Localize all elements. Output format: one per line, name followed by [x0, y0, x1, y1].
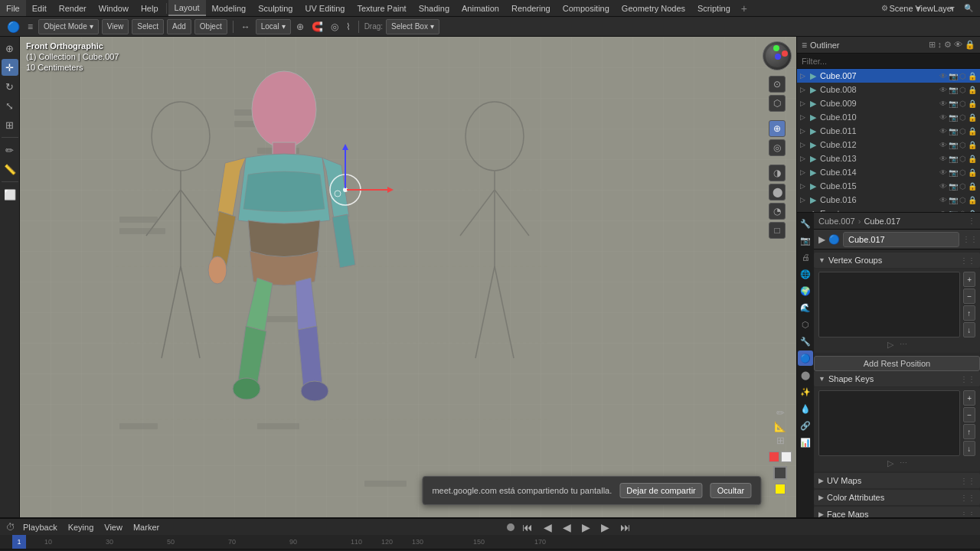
- prop-tab-output[interactable]: 🖨: [798, 249, 813, 265]
- object-name-settings[interactable]: ⋮⋮: [962, 235, 978, 243]
- shape-keys-header[interactable]: ▼ Shape Keys ⋮⋮: [814, 371, 980, 386]
- prop-tab-render[interactable]: 📷: [798, 233, 813, 248]
- timeline-playback-menu[interactable]: Playback: [20, 523, 60, 532]
- outliner-item-cube-009[interactable]: ▷▶Cube.009👁📷⬡🔒: [797, 96, 980, 110]
- tab-compositing[interactable]: Compositing: [557, 0, 616, 16]
- jump-end-button[interactable]: ⏭: [617, 521, 634, 533]
- outliner-item-cube-007[interactable]: ▷▶Cube.007👁📷⬡🔒: [797, 69, 980, 83]
- eye-icon-9[interactable]: 👁: [939, 196, 947, 204]
- transform-icon[interactable]: ↔: [239, 21, 253, 32]
- viewlayer-selector[interactable]: ViewLayer: [928, 2, 942, 15]
- select-icon-5[interactable]: 🔒: [968, 141, 977, 149]
- uv-maps-header[interactable]: ▶ UV Maps ⋮⋮: [814, 473, 980, 488]
- select-icon-2[interactable]: 🔒: [968, 99, 977, 108]
- vertex-groups-up[interactable]: ↑: [963, 305, 975, 321]
- prop-tab-scene2[interactable]: 🌍: [798, 283, 813, 298]
- uv-maps-pin[interactable]: ⋮⋮: [960, 477, 975, 485]
- viewport-icon-2[interactable]: ⬡: [959, 99, 966, 108]
- eye-icon-1[interactable]: 👁: [939, 86, 947, 94]
- color-attributes-pin[interactable]: ⋮⋮: [960, 494, 975, 502]
- eye-icon-5[interactable]: 👁: [939, 141, 947, 149]
- measure-tool[interactable]: 📏: [2, 161, 18, 178]
- prop-tab-constraints[interactable]: 🔗: [798, 418, 813, 433]
- play-reverse-button[interactable]: ◀: [560, 521, 574, 533]
- render-icon-0[interactable]: 📷: [949, 72, 958, 80]
- outliner-item-cube-014[interactable]: ▷▶Cube.014👁📷⬡🔒: [797, 165, 980, 179]
- hide-notification-button[interactable]: Ocultar: [710, 483, 751, 498]
- prop-tab-object[interactable]: ⬡: [798, 317, 813, 332]
- viewport-icon-1[interactable]: ⬡: [959, 86, 966, 94]
- object-name-input[interactable]: [843, 232, 959, 247]
- outliner-item-cube-011[interactable]: ▷▶Cube.011👁📷⬡🔒: [797, 124, 980, 138]
- render-icon-5[interactable]: 📷: [949, 141, 958, 149]
- extra-icon1[interactable]: ⌇: [344, 21, 353, 32]
- render-icon-3[interactable]: 📷: [949, 113, 958, 122]
- color-attributes-header[interactable]: ▶ Color Attributes ⋮⋮: [814, 490, 980, 505]
- prop-tab-particles[interactable]: ✨: [798, 384, 813, 399]
- outliner-search-input[interactable]: [797, 54, 980, 69]
- face-maps-pin[interactable]: ⋮⋮: [960, 510, 975, 518]
- outliner-filter-icon[interactable]: ⊞: [929, 40, 936, 50]
- pivot-icon[interactable]: ⊕: [294, 21, 306, 32]
- add-workspace-button[interactable]: +: [737, 2, 752, 15]
- select-icon-3[interactable]: 🔒: [968, 113, 977, 122]
- viewport-icon-8[interactable]: ⬡: [959, 182, 966, 191]
- outliner-item-cube-012[interactable]: ▷▶Cube.012👁📷⬡🔒: [797, 138, 980, 152]
- viewport-shading-material[interactable]: ◑: [769, 165, 786, 181]
- outliner-item-cube-016[interactable]: ▷▶Cube.016👁📷⬡🔒: [797, 193, 980, 207]
- prop-tab-physics[interactable]: 💧: [798, 401, 813, 416]
- timeline-marker-menu[interactable]: Marker: [130, 523, 162, 532]
- breadcrumb-end[interactable]: Cube.017: [864, 217, 900, 226]
- tab-scripting[interactable]: Scripting: [691, 0, 737, 16]
- breadcrumb-start[interactable]: Cube.007: [818, 217, 855, 226]
- add-vertex-group-btn[interactable]: +: [963, 272, 975, 287]
- annotate-tool[interactable]: ✏: [2, 142, 18, 158]
- viewport-gizmo-toggle[interactable]: ◎: [769, 139, 786, 156]
- shape-key-up[interactable]: ↑: [963, 424, 975, 439]
- viewport-overlay-toggle[interactable]: ⊕: [769, 120, 786, 137]
- select-menu[interactable]: Select: [132, 19, 164, 34]
- outliner-settings-icon[interactable]: ⚙: [944, 40, 952, 50]
- prev-frame-button[interactable]: ◀: [541, 521, 555, 533]
- eye-icon-6[interactable]: 👁: [939, 155, 947, 163]
- timeline-ruler[interactable]: 1 10 30 50 70 90 110 120 130 150 170 1: [0, 535, 980, 549]
- outliner-item-cube-010[interactable]: ▷▶Cube.010👁📷⬡🔒: [797, 110, 980, 124]
- prop-tab-data[interactable]: 🔵: [798, 350, 813, 366]
- scene-selector[interactable]: Scene: [894, 2, 908, 15]
- render-icon-2[interactable]: 📷: [949, 99, 958, 108]
- timeline-view-menu[interactable]: View: [101, 523, 126, 532]
- prop-tab-object-data[interactable]: 📊: [798, 435, 813, 450]
- outliner-visibility-icon[interactable]: 👁: [954, 40, 962, 50]
- outliner-item-cube-015[interactable]: ▷▶Cube.015👁📷⬡🔒: [797, 179, 980, 193]
- tool-icon-annotate[interactable]: ✏: [776, 407, 785, 419]
- color-swatch-2[interactable]: [781, 452, 792, 462]
- viewport-local-view[interactable]: ⬡: [769, 95, 786, 112]
- render-icon-9[interactable]: 📷: [949, 196, 958, 204]
- scale-tool[interactable]: ⤡: [2, 97, 18, 114]
- search-icon[interactable]: 🔍: [962, 2, 975, 15]
- eye-icon-8[interactable]: 👁: [939, 182, 947, 191]
- render-icon-6[interactable]: 📷: [949, 155, 958, 163]
- sk-more-icon[interactable]: ⋯: [900, 458, 907, 468]
- outliner-item-empty[interactable]: ◇Empty👁📷⬡🔒: [797, 207, 980, 213]
- eye-icon-2[interactable]: 👁: [939, 99, 947, 108]
- eye-icon-0[interactable]: 👁: [939, 72, 947, 80]
- vertex-groups-pin[interactable]: ⋮⋮: [960, 256, 975, 265]
- tab-rendering[interactable]: Rendering: [505, 0, 557, 16]
- outliner-item-cube-013[interactable]: ▷▶Cube.013👁📷⬡🔒: [797, 152, 980, 165]
- viewport-icon-4[interactable]: ⬡: [959, 127, 966, 135]
- next-frame-button[interactable]: ▶: [598, 521, 612, 533]
- select-icon-8[interactable]: 🔒: [968, 182, 977, 191]
- jump-start-button[interactable]: ⏮: [519, 521, 536, 533]
- cursor-tool[interactable]: ⊕: [2, 40, 18, 57]
- tab-modeling[interactable]: Modeling: [206, 0, 253, 16]
- navigation-gizmo[interactable]: [763, 41, 792, 70]
- vertex-groups-down[interactable]: ↓: [963, 322, 975, 337]
- viewport-icon-3[interactable]: ⬡: [959, 113, 966, 122]
- eye-icon-3[interactable]: 👁: [939, 113, 947, 122]
- outliner-item-cube-008[interactable]: ▷▶Cube.008👁📷⬡🔒: [797, 83, 980, 96]
- transform-tool[interactable]: ⊞: [2, 116, 18, 133]
- sk-play-icon[interactable]: ▷: [887, 458, 893, 468]
- vg-play-icon[interactable]: ▷: [887, 340, 893, 350]
- menu-render[interactable]: Render: [53, 0, 93, 16]
